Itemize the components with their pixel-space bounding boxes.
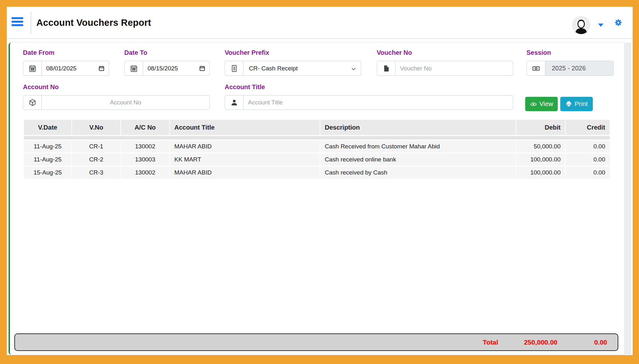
document-icon: [225, 61, 243, 75]
report-panel: Date From Date To Voucher Prefix Voucher…: [9, 43, 624, 354]
cell-v-no: CR-3: [72, 167, 121, 179]
cell-a-c-no: 130002: [121, 167, 170, 179]
date-from-group: [23, 61, 109, 76]
voucher-prefix-select[interactable]: CR- Cash Receipt: [243, 61, 361, 75]
print-button[interactable]: Print: [560, 97, 593, 111]
date-from-input[interactable]: [42, 61, 98, 75]
file-icon: [377, 61, 396, 75]
total-debit: 250,000.00: [524, 334, 557, 350]
eye-icon: [530, 101, 537, 108]
voucher-prefix-group: CR- Cash Receipt: [225, 61, 361, 76]
cell-v-no: CR-2: [72, 153, 121, 166]
print-button-label: Print: [575, 100, 588, 108]
voucher-no-label: Voucher No: [377, 49, 412, 56]
cell-v-date: 11-Aug-25: [24, 153, 72, 166]
column-header-v-no: V.No: [72, 120, 121, 135]
date-to-label: Date To: [124, 49, 147, 56]
cell-a-c-no: 130002: [121, 140, 170, 153]
cell-credit: 0.00: [566, 153, 610, 166]
account-no-group: [23, 95, 210, 110]
cell-v-no: CR-1: [72, 140, 121, 153]
date-picker-icon[interactable]: [199, 65, 205, 71]
table-row: 11-Aug-25CR-2130003KK MARTCash received …: [24, 153, 610, 166]
calendar-icon: [125, 61, 143, 75]
printer-icon: [565, 101, 572, 107]
menu-bar: [11, 17, 23, 19]
cell-account-title: MAHAR ABID: [170, 167, 320, 179]
cell-description: Cash received by Cash: [320, 167, 516, 179]
voucher-no-group: [377, 61, 513, 76]
account-no-label: Account No: [23, 83, 59, 91]
menu-icon[interactable]: [11, 17, 24, 27]
table-row: 15-Aug-25CR-3130002MAHAR ABIDCash receiv…: [24, 167, 610, 179]
cell-description: Cash received online bank: [320, 153, 516, 166]
banknote-icon: [527, 61, 545, 75]
cell-credit: 0.00: [566, 140, 610, 153]
vouchers-table: V.DateV.NoA/C NoAccount TitleDescription…: [24, 119, 610, 180]
session-value: 2025 - 2026: [545, 61, 613, 75]
app-window: Account Vouchers Report: [0, 0, 639, 364]
account-title-label: Account Title: [225, 83, 265, 91]
cube-icon: [23, 96, 42, 110]
table-row: 11-Aug-25CR-1130002MAHAR ABIDCash Receiv…: [24, 140, 610, 153]
cell-description: Cash Received from Customer Mahar Abid: [320, 140, 516, 153]
page-background: Account Vouchers Report: [7, 7, 633, 355]
column-header-credit: Credit: [566, 120, 610, 135]
session-label: Session: [526, 49, 551, 56]
total-credit: 0.00: [594, 334, 607, 350]
column-header-description: Description: [320, 120, 516, 135]
view-button[interactable]: View: [525, 97, 558, 111]
voucher-no-input[interactable]: [396, 61, 513, 75]
menu-bar: [11, 21, 23, 23]
cell-account-title: MAHAR ABID: [170, 140, 320, 153]
cell-v-date: 11-Aug-25: [24, 140, 72, 153]
person-icon: [225, 96, 243, 110]
total-label: Total: [483, 334, 498, 350]
account-no-input[interactable]: [42, 96, 209, 110]
column-header-v-date: V.Date: [24, 120, 72, 135]
voucher-prefix-label: Voucher Prefix: [225, 49, 269, 56]
column-header-debit: Debit: [516, 120, 566, 135]
cell-credit: 0.00: [566, 167, 610, 179]
calendar-icon: [23, 61, 42, 75]
account-title-input[interactable]: [243, 96, 513, 110]
session-group: 2025 - 2026: [526, 61, 614, 76]
cell-v-date: 15-Aug-25: [24, 167, 72, 179]
column-header-a-c-no: A/C No: [121, 120, 170, 135]
totals-bar: Total 250,000.00 0.00: [14, 333, 618, 351]
cell-a-c-no: 130003: [121, 153, 170, 166]
scrollbar-track[interactable]: [624, 43, 631, 354]
cell-debit: 100,000.00: [516, 167, 566, 179]
account-title-group: [225, 95, 513, 110]
table-header: V.DateV.NoA/C NoAccount TitleDescription…: [24, 120, 610, 135]
date-to-group: [124, 61, 210, 76]
gear-icon[interactable]: [614, 19, 622, 26]
user-avatar[interactable]: [572, 16, 590, 34]
view-button-label: View: [540, 100, 553, 108]
spacer-row: [24, 136, 610, 139]
cell-debit: 100,000.00: [516, 153, 566, 166]
page-title: Account Vouchers Report: [36, 7, 151, 39]
app-header: Account Vouchers Report: [7, 7, 633, 39]
chevron-down-icon[interactable]: [598, 24, 603, 27]
header-divider: [31, 12, 31, 34]
date-from-label: Date From: [23, 49, 54, 56]
column-header-account-title: Account Title: [170, 120, 320, 135]
date-picker-icon[interactable]: [98, 65, 105, 71]
cell-debit: 50,000.00: [516, 140, 566, 153]
date-to-input[interactable]: [143, 61, 199, 75]
menu-bar: [11, 24, 23, 26]
cell-account-title: KK MART: [170, 153, 320, 166]
